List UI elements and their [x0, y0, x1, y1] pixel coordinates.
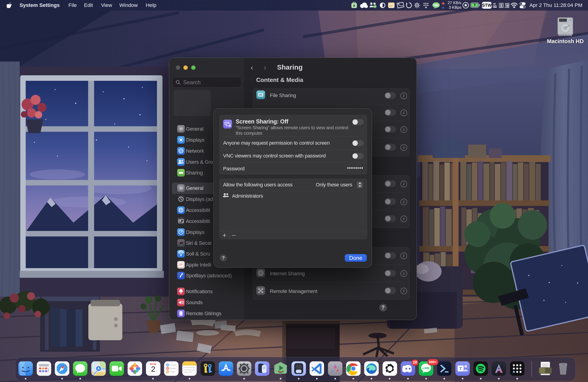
svg-text:LINE: LINE [423, 366, 430, 370]
svg-text:8: 8 [353, 4, 355, 8]
svg-text:60: 60 [182, 221, 184, 223]
svg-text:T: T [459, 366, 462, 371]
svg-text:VIBE: VIBE [433, 4, 439, 7]
